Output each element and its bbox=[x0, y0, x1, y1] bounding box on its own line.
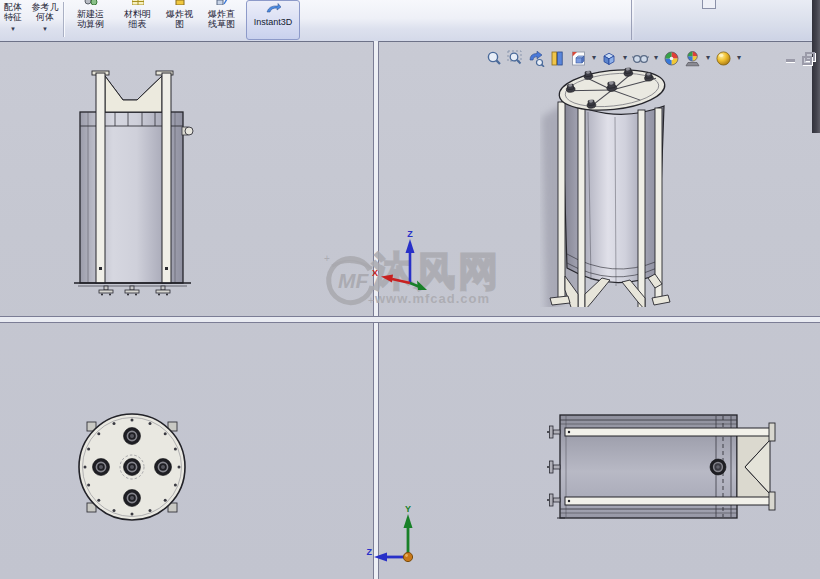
minimize-icon bbox=[786, 59, 795, 63]
bom-table-icon bbox=[132, 0, 144, 5]
explode-line-sketch-icon bbox=[216, 0, 228, 5]
toolbar-button-instant3d[interactable]: Instant3D bbox=[246, 0, 300, 40]
toolbar-button-reference-geometry[interactable]: 参考几 何体 ▼ bbox=[27, 0, 63, 39]
toolbar-separator bbox=[63, 2, 65, 37]
toolbar-button-exploded-view[interactable]: 爆炸视 图 bbox=[160, 0, 199, 39]
model-isometric-view[interactable] bbox=[540, 62, 700, 307]
dropdown-arrow-icon[interactable]: ▼ bbox=[27, 26, 63, 32]
restore-button[interactable] bbox=[802, 52, 815, 65]
toolbar-button-new-motion-study[interactable]: 新建运 动算例 bbox=[66, 0, 115, 39]
minimize-button[interactable] bbox=[786, 52, 796, 64]
view-settings-dropdown[interactable]: ▾ bbox=[737, 54, 741, 62]
model-side-view[interactable] bbox=[545, 405, 780, 525]
previous-view-icon[interactable] bbox=[528, 50, 545, 67]
exploded-view-icon bbox=[174, 0, 186, 5]
command-toolbar: 配体 特征 ▼ 参考几 何体 ▼ 新建运 动算例 材料明 细表 bbox=[0, 0, 812, 42]
instant3d-icon bbox=[265, 3, 281, 13]
zoom-to-area-icon[interactable] bbox=[507, 50, 524, 67]
display-style-icon[interactable] bbox=[601, 50, 618, 67]
dropdown-arrow-icon[interactable]: ▼ bbox=[0, 26, 26, 32]
model-top-view[interactable] bbox=[73, 408, 193, 528]
toolbar-button-bill-of-materials[interactable]: 材料明 细表 bbox=[116, 0, 159, 39]
view-orientation-dropdown[interactable]: ▾ bbox=[592, 54, 596, 62]
hide-show-items-icon[interactable] bbox=[632, 50, 649, 67]
toolbar-button-explode-line-sketch[interactable]: 爆炸直 线草图 bbox=[200, 0, 243, 39]
section-view-icon[interactable] bbox=[549, 50, 566, 67]
motion-study-icon bbox=[84, 0, 98, 5]
toolbar-button-assembly-features[interactable]: 配体 特征 ▼ bbox=[0, 0, 26, 39]
zoom-to-fit-icon[interactable] bbox=[486, 50, 503, 67]
view-orientation-icon[interactable] bbox=[570, 50, 587, 67]
apply-scene-icon[interactable] bbox=[684, 50, 701, 67]
solidworks-window: MF + + 沐风网 www.mfcad.com Z X Y Z bbox=[0, 0, 820, 579]
headsup-view-toolbar: ▾ ▾ ▾ ▾ bbox=[486, 48, 742, 68]
hide-show-items-dropdown[interactable]: ▾ bbox=[654, 54, 658, 62]
model-front-view[interactable] bbox=[70, 60, 195, 298]
view-settings-icon[interactable] bbox=[715, 50, 732, 67]
edit-appearance-icon[interactable] bbox=[663, 50, 680, 67]
apply-scene-dropdown[interactable]: ▾ bbox=[706, 54, 710, 62]
viewport-splitter-horizontal[interactable] bbox=[0, 316, 820, 323]
toolbar-overflow-nub bbox=[702, 0, 716, 9]
display-style-dropdown[interactable]: ▾ bbox=[623, 54, 627, 62]
toolbar-empty-zone bbox=[634, 0, 812, 40]
viewport-splitter-vertical[interactable] bbox=[373, 41, 379, 579]
